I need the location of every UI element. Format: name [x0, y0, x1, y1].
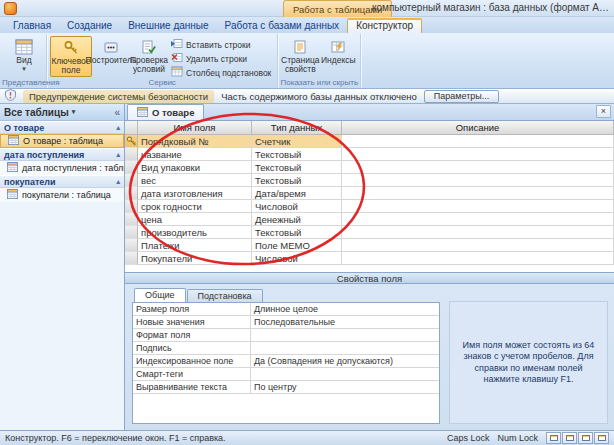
field-description-cell[interactable] — [342, 161, 614, 174]
field-type-cell[interactable]: Поле MEMO — [252, 239, 342, 252]
nav-group-header-o-tovare[interactable]: О товаре ▴ — [0, 121, 124, 134]
field-type-cell[interactable]: Текстовый — [252, 148, 342, 161]
document-tab-bar: О товаре × — [125, 104, 614, 121]
row-selector[interactable] — [125, 239, 138, 252]
row-selector[interactable] — [125, 187, 138, 200]
design-view-button[interactable] — [594, 432, 609, 444]
insert-rows-label: Вставить строки — [186, 40, 250, 50]
property-value[interactable]: По центру — [251, 381, 439, 394]
group-label-views: Представления — [2, 78, 46, 87]
tab-database-tools[interactable]: Работа с базами данных — [217, 19, 348, 33]
nav-item-pokupateli[interactable]: покупатели : таблица — [0, 188, 124, 202]
builder-button[interactable]: Построитель — [92, 36, 130, 65]
property-value[interactable]: Да (Совпадения не допускаются) — [251, 355, 439, 368]
indexes-button[interactable]: Индексы — [319, 36, 357, 65]
field-description-cell[interactable] — [342, 200, 614, 213]
row-selector[interactable] — [125, 148, 138, 161]
field-description-cell[interactable] — [342, 239, 614, 252]
tab-design[interactable]: Конструктор — [347, 18, 422, 33]
row-selector[interactable] — [125, 200, 138, 213]
field-description-cell[interactable] — [342, 135, 614, 148]
caps-lock-indicator: Caps Lock — [447, 433, 490, 443]
content-area: Все таблицы ▾ « О товаре ▴ О товаре : та… — [0, 104, 614, 430]
nav-item-o-tovare[interactable]: О товаре : таблица — [0, 134, 124, 148]
group-collapse-icon[interactable]: ▴ — [116, 178, 120, 186]
nav-pane-header[interactable]: Все таблицы ▾ « — [0, 104, 124, 121]
property-value[interactable] — [251, 342, 439, 355]
office-button[interactable] — [4, 2, 17, 15]
status-bar-right: Caps Lock Num Lock — [447, 432, 609, 444]
pivot-table-view-button[interactable] — [562, 432, 577, 444]
field-description-cell[interactable] — [342, 174, 614, 187]
row-selector[interactable] — [125, 252, 138, 265]
test-validation-button[interactable]: Проверка условий — [130, 36, 168, 75]
collapse-pane-icon[interactable]: « — [114, 107, 120, 118]
delete-rows-icon — [171, 52, 183, 65]
property-value[interactable] — [251, 329, 439, 342]
field-description-cell[interactable] — [342, 213, 614, 226]
field-row: вес Текстовый — [125, 174, 614, 187]
field-name-cell[interactable]: Покупатели — [138, 252, 252, 265]
field-type-cell[interactable]: Дата/время — [252, 187, 342, 200]
field-type-cell[interactable]: Текстовый — [252, 174, 342, 187]
property-sheet-button[interactable]: Страница свойств — [281, 36, 319, 75]
field-description-cell[interactable] — [342, 226, 614, 239]
field-description-cell[interactable] — [342, 252, 614, 265]
property-value[interactable] — [251, 368, 439, 381]
nav-dropdown-icon[interactable]: ▾ — [72, 108, 76, 116]
tab-general[interactable]: Общие — [134, 288, 186, 302]
tab-create[interactable]: Создание — [59, 19, 120, 33]
delete-rows-button[interactable]: Удалить строки — [168, 52, 274, 65]
field-description-cell[interactable] — [342, 187, 614, 200]
field-name-cell[interactable]: срок годности — [138, 200, 252, 213]
row-selector[interactable] — [125, 226, 138, 239]
field-name-cell[interactable]: производитель — [138, 226, 252, 239]
nav-item-data-postupleniya[interactable]: дата поступления : таблица — [0, 161, 124, 175]
field-name-cell[interactable]: название — [138, 148, 252, 161]
datasheet-view-button[interactable] — [546, 432, 561, 444]
field-type-cell[interactable]: Числовой — [252, 252, 342, 265]
group-collapse-icon[interactable]: ▴ — [116, 151, 120, 159]
row-selector[interactable] — [125, 213, 138, 226]
pivot-table-view-icon — [566, 435, 574, 441]
field-name-cell[interactable]: дата изготовления — [138, 187, 252, 200]
view-button[interactable]: Вид ▾ — [5, 36, 43, 73]
security-options-button[interactable]: Параметры... — [424, 90, 499, 103]
group-collapse-icon[interactable]: ▴ — [116, 124, 120, 132]
design-view-icon — [598, 435, 606, 441]
field-name-cell[interactable]: цена — [138, 213, 252, 226]
field-type-cell[interactable]: Текстовый — [252, 161, 342, 174]
window-title: компьютерный магазин : база данных (форм… — [372, 2, 610, 13]
indexes-icon — [330, 38, 346, 56]
field-row: Покупатели Числовой — [125, 252, 614, 265]
field-name-cell[interactable]: Платежи — [138, 239, 252, 252]
property-value[interactable]: Последовательные — [251, 316, 439, 329]
tab-external-data[interactable]: Внешние данные — [120, 19, 216, 33]
row-selector[interactable] — [125, 161, 138, 174]
nav-group-header-data-postupleniya[interactable]: дата поступления ▴ — [0, 148, 124, 161]
field-name-cell[interactable]: вес — [138, 174, 252, 187]
pivot-chart-view-button[interactable] — [578, 432, 593, 444]
tab-home[interactable]: Главная — [5, 19, 59, 33]
property-value[interactable]: Длинное целое — [251, 303, 439, 316]
primary-key-row-selector[interactable] — [125, 135, 138, 148]
document-tab-o-tovare[interactable]: О товаре — [127, 104, 204, 120]
row-selector[interactable] — [125, 174, 138, 187]
tab-lookup[interactable]: Подстановка — [187, 289, 263, 302]
close-document-icon[interactable]: × — [596, 105, 611, 118]
field-type-cell[interactable]: Счетчик — [252, 135, 342, 148]
field-properties-caption: Свойства поля — [125, 272, 614, 284]
nav-group-header-pokupateli[interactable]: покупатели ▴ — [0, 175, 124, 188]
column-header-field-name: Имя поля — [138, 121, 252, 135]
insert-rows-button[interactable]: Вставить строки — [168, 38, 274, 51]
field-name-cell[interactable]: Порядковый № — [138, 135, 252, 148]
datasheet-view-icon — [550, 435, 558, 441]
field-name-cell[interactable]: Вид упаковки — [138, 161, 252, 174]
field-type-cell[interactable]: Текстовый — [252, 226, 342, 239]
field-type-cell[interactable]: Числовой — [252, 200, 342, 213]
security-warning-message: Часть содержимого базы данных отключено — [221, 91, 417, 102]
field-type-cell[interactable]: Денежный — [252, 213, 342, 226]
nav-group-label: покупатели — [4, 177, 56, 187]
field-description-cell[interactable] — [342, 148, 614, 161]
datasheet-view-icon — [15, 38, 33, 56]
